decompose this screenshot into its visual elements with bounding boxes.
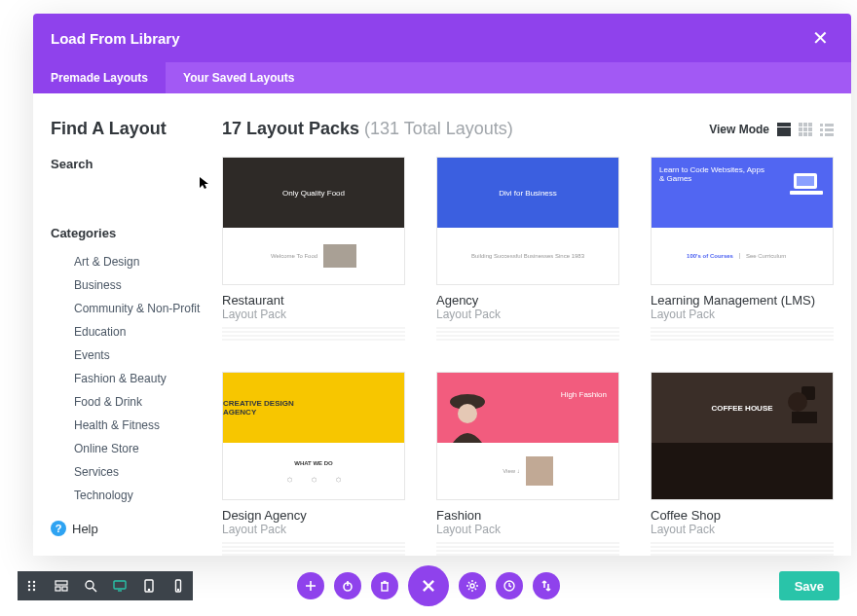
category-item[interactable]: Education (74, 320, 214, 344)
thumb-bottom: Welcome To Food (223, 228, 404, 284)
svg-rect-7 (808, 127, 812, 131)
svg-rect-12 (825, 124, 834, 127)
add-button[interactable] (297, 572, 324, 599)
close-toolbar-button[interactable] (408, 565, 449, 606)
sidebar-title: Find A Layout (51, 119, 214, 139)
category-item[interactable]: Community & Non-Profit (74, 297, 214, 320)
phone-icon[interactable] (164, 571, 193, 600)
view-list-icon[interactable] (820, 123, 834, 136)
card-title: Restaurant (222, 293, 405, 308)
svg-point-28 (33, 581, 35, 583)
category-list: Art & Design Business Community & Non-Pr… (74, 250, 214, 507)
content: 17 Layout Packs (131 Total Layouts) View… (222, 119, 834, 538)
svg-rect-5 (799, 127, 802, 131)
svg-rect-13 (820, 128, 823, 131)
layout-card[interactable]: Learn to Code Websites, Apps & Games 100… (651, 157, 834, 341)
dock-drag-icon[interactable] (18, 571, 47, 600)
help-icon: ? (51, 521, 66, 536)
tab-premade-layouts[interactable]: Premade Layouts (33, 62, 166, 93)
svg-point-41 (178, 590, 179, 591)
view-grid-icon[interactable] (799, 123, 812, 136)
svg-point-30 (33, 589, 35, 591)
card-subtitle: Layout Pack (222, 308, 405, 321)
layout-card[interactable]: Only Quality Food Welcome To Food Restau… (222, 157, 405, 341)
svg-rect-19 (790, 191, 823, 195)
category-item[interactable]: Technology (74, 484, 214, 507)
card-subtitle: Layout Pack (436, 523, 619, 536)
svg-point-21 (458, 404, 477, 423)
categories-label: Categories (51, 226, 214, 240)
trash-button[interactable] (371, 572, 398, 599)
category-item[interactable]: Events (74, 344, 214, 367)
category-item[interactable]: Online Store (74, 437, 214, 460)
card-subtitle: Layout Pack (651, 523, 834, 536)
svg-rect-11 (820, 124, 823, 127)
action-buttons (297, 565, 560, 606)
category-item[interactable]: Health & Fitness (74, 414, 214, 437)
svg-rect-31 (56, 581, 67, 585)
modal-body[interactable]: Find A Layout Search Categories Art & De… (33, 93, 851, 556)
svg-rect-46 (382, 583, 388, 591)
power-button[interactable] (334, 572, 361, 599)
svg-rect-36 (114, 581, 126, 589)
desktop-icon[interactable] (105, 571, 134, 600)
svg-rect-3 (803, 123, 807, 127)
history-button[interactable] (496, 572, 523, 599)
layout-card[interactable]: High Fashion View ↓ Fashion Layout Pack (436, 372, 619, 556)
help-label: Help (72, 522, 98, 536)
view-card-icon[interactable] (777, 123, 791, 136)
card-title: Coffee Shop (651, 508, 834, 523)
category-item[interactable]: Food & Drink (74, 390, 214, 414)
svg-rect-9 (803, 132, 807, 136)
svg-point-26 (28, 585, 30, 587)
search-label[interactable]: Search (51, 157, 214, 171)
card-subtitle: Layout Pack (222, 523, 405, 536)
modal-tabs: Premade Layouts Your Saved Layouts (33, 62, 851, 93)
category-item[interactable]: Business (74, 273, 214, 297)
category-item[interactable]: Art & Design (74, 250, 214, 273)
modal-title: Load From Library (51, 30, 180, 47)
card-subtitle: Layout Pack (651, 308, 834, 321)
layout-card[interactable]: COFFEE HOUSE Coffee Shop Layout Pack (651, 372, 834, 556)
svg-rect-18 (797, 176, 814, 186)
laptop-icon (788, 171, 825, 199)
library-modal: Load From Library ✕ Premade Layouts Your… (33, 14, 851, 556)
svg-rect-16 (825, 133, 834, 136)
sidebar: Find A Layout Search Categories Art & De… (51, 119, 222, 538)
card-subtitle: Layout Pack (436, 308, 619, 321)
layout-thumbnail: Only Quality Food Welcome To Food (222, 157, 405, 285)
builder-footer: Save (0, 556, 857, 616)
tablet-icon[interactable] (134, 571, 164, 600)
category-item[interactable]: Fashion & Beauty (74, 367, 214, 390)
svg-line-35 (93, 588, 96, 592)
device-dock (18, 571, 193, 600)
svg-rect-8 (799, 132, 802, 136)
card-title: Learning Management (LMS) (651, 293, 834, 308)
content-header: 17 Layout Packs (131 Total Layouts) View… (222, 119, 834, 139)
close-button[interactable]: ✕ (806, 24, 834, 52)
zoom-icon[interactable] (76, 571, 105, 600)
svg-rect-6 (803, 127, 807, 131)
layout-thumbnail: Learn to Code Websites, Apps & Games 100… (651, 157, 834, 285)
svg-rect-14 (825, 128, 834, 131)
wireframe-icon[interactable] (47, 571, 76, 600)
layout-card[interactable]: CREATIVE DESIGN AGENCY WHAT WE DO⬡⬡⬡ Des… (222, 372, 405, 556)
tab-your-saved-layouts[interactable]: Your Saved Layouts (166, 62, 312, 93)
settings-button[interactable] (459, 572, 486, 599)
category-item[interactable]: Services (74, 460, 214, 484)
portability-button[interactable] (533, 572, 560, 599)
card-title: Fashion (436, 508, 619, 523)
svg-point-39 (148, 589, 149, 590)
content-heading: 17 Layout Packs (131 Total Layouts) (222, 119, 513, 139)
svg-rect-1 (777, 127, 791, 136)
person-icon (443, 384, 492, 443)
card-title: Agency (436, 293, 619, 308)
svg-point-25 (28, 581, 30, 583)
svg-point-51 (470, 584, 474, 588)
layout-card[interactable]: Divi for Business Building Successful Bu… (436, 157, 619, 341)
svg-point-23 (788, 392, 807, 412)
help-button[interactable]: ? Help (51, 521, 214, 536)
svg-point-27 (28, 589, 30, 591)
layout-grid: Only Quality Food Welcome To Food Restau… (222, 157, 834, 556)
save-button[interactable]: Save (779, 571, 839, 600)
